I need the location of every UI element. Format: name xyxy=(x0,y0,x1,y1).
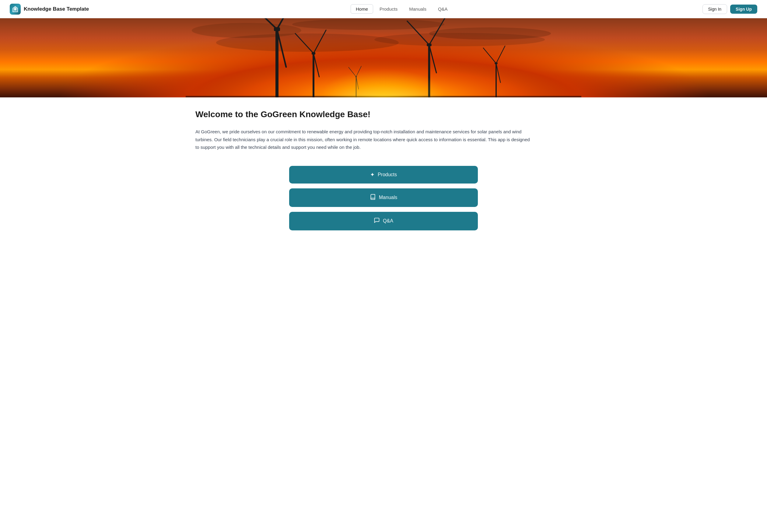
svg-line-18 xyxy=(313,53,319,77)
svg-line-34 xyxy=(348,67,356,77)
svg-rect-33 xyxy=(355,76,357,77)
main-content: Welcome to the GoGreen Knowledge Base! A… xyxy=(186,97,581,249)
nav-products[interactable]: Products xyxy=(374,4,403,14)
svg-rect-9 xyxy=(274,27,280,31)
svg-line-28 xyxy=(483,48,496,64)
svg-rect-7 xyxy=(186,18,581,97)
svg-point-0 xyxy=(14,8,16,10)
qa-button[interactable]: Q&A xyxy=(289,212,478,230)
svg-point-13 xyxy=(275,27,279,31)
brand: Knowledge Base Template xyxy=(10,4,89,15)
svg-line-22 xyxy=(407,21,429,45)
svg-point-4 xyxy=(429,27,551,40)
manuals-button[interactable]: Manuals xyxy=(289,188,478,207)
svg-point-19 xyxy=(312,52,315,55)
nav-qa[interactable]: Q&A xyxy=(433,4,453,14)
section-buttons: ✦ Products Manuals Q&A xyxy=(289,166,478,230)
products-icon: ✦ xyxy=(370,171,375,178)
svg-line-23 xyxy=(429,19,445,45)
svg-line-30 xyxy=(496,63,500,82)
svg-point-3 xyxy=(292,19,444,30)
svg-line-16 xyxy=(295,33,313,53)
svg-line-29 xyxy=(496,46,505,63)
qa-icon xyxy=(374,217,380,225)
svg-rect-38 xyxy=(186,96,581,97)
welcome-description: At GoGreen, we pride ourselves on our co… xyxy=(195,128,530,151)
welcome-heading: Welcome to the GoGreen Knowledge Base! xyxy=(195,110,572,119)
svg-rect-14 xyxy=(313,54,314,98)
products-label: Products xyxy=(378,172,397,177)
brand-logo xyxy=(10,4,21,15)
svg-point-2 xyxy=(192,23,301,38)
manuals-label: Manuals xyxy=(379,195,397,200)
svg-point-31 xyxy=(495,62,497,65)
svg-point-37 xyxy=(355,76,357,77)
nav-actions: Sign In Sign Up xyxy=(702,4,757,14)
manuals-icon xyxy=(370,194,376,201)
svg-rect-15 xyxy=(312,52,315,55)
svg-line-12 xyxy=(277,29,286,67)
svg-line-17 xyxy=(313,30,326,54)
products-button[interactable]: ✦ Products xyxy=(289,166,478,184)
svg-line-36 xyxy=(356,77,359,89)
svg-point-5 xyxy=(216,33,399,52)
svg-line-24 xyxy=(429,45,436,73)
svg-rect-20 xyxy=(428,46,430,97)
turbines-graphic xyxy=(0,18,767,97)
svg-point-6 xyxy=(374,33,545,46)
hero-banner xyxy=(0,18,767,97)
svg-rect-32 xyxy=(356,77,356,98)
signup-button[interactable]: Sign Up xyxy=(730,5,757,14)
svg-rect-21 xyxy=(427,44,431,46)
nav-links: Home Products Manuals Q&A xyxy=(101,4,702,14)
qa-label: Q&A xyxy=(383,218,393,224)
svg-line-10 xyxy=(250,18,277,29)
brand-title: Knowledge Base Template xyxy=(24,6,89,12)
navbar: Knowledge Base Template Home Products Ma… xyxy=(0,0,767,18)
svg-rect-1 xyxy=(186,18,581,97)
signin-button[interactable]: Sign In xyxy=(702,4,727,14)
nav-home[interactable]: Home xyxy=(351,4,373,14)
svg-rect-27 xyxy=(495,62,497,64)
svg-point-25 xyxy=(428,43,431,46)
svg-rect-26 xyxy=(496,64,497,98)
svg-rect-8 xyxy=(275,30,278,97)
svg-line-35 xyxy=(356,66,361,77)
nav-manuals[interactable]: Manuals xyxy=(404,4,432,14)
svg-line-11 xyxy=(277,18,295,29)
